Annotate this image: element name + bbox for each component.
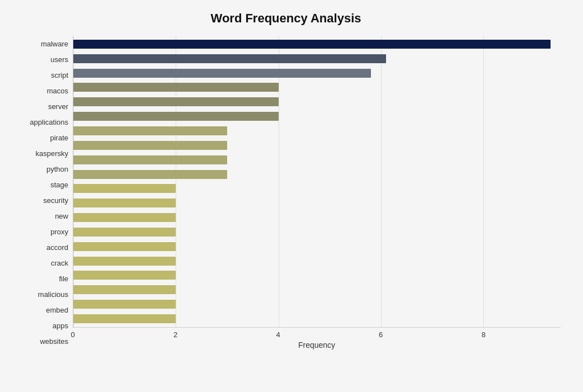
- x-axis-title: Frequency: [73, 341, 561, 350]
- bar-row: [73, 212, 561, 223]
- bar-row: [73, 96, 561, 107]
- y-label: script: [51, 69, 68, 81]
- y-label: security: [43, 194, 68, 206]
- bar: [73, 126, 227, 135]
- x-tick-label: 2: [173, 330, 177, 339]
- bar: [73, 170, 227, 179]
- bar-row: [73, 169, 561, 180]
- x-axis: 02468 Frequency: [73, 327, 561, 350]
- x-tick-label: 0: [70, 330, 74, 339]
- bar: [73, 242, 176, 251]
- bar-row: [73, 226, 561, 238]
- x-tick-label: 4: [276, 330, 280, 339]
- bar-row: [73, 53, 561, 64]
- bar-row: [73, 284, 561, 295]
- y-label: apps: [53, 320, 68, 332]
- y-label: applications: [30, 116, 68, 128]
- bar: [73, 213, 176, 222]
- y-label: kaspersky: [35, 147, 68, 159]
- chart-container: Word Frequency Analysis malwareusersscri…: [0, 0, 583, 392]
- y-label: users: [50, 53, 68, 65]
- bar: [73, 257, 176, 266]
- y-label: malware: [41, 37, 68, 50]
- bar: [73, 83, 279, 92]
- y-label: python: [46, 163, 68, 175]
- bar: [73, 69, 371, 78]
- chart-title: Word Frequency Analysis: [11, 11, 561, 26]
- y-label: crack: [51, 257, 68, 270]
- bar: [73, 141, 227, 150]
- bar-row: [73, 140, 561, 151]
- x-tick-label: 6: [379, 330, 383, 339]
- y-label: new: [55, 210, 68, 223]
- bar: [73, 54, 386, 63]
- bar: [73, 40, 551, 49]
- bar: [73, 97, 279, 106]
- bar: [73, 155, 227, 164]
- y-label: malicious: [38, 289, 68, 301]
- bar-row: [73, 68, 561, 79]
- bar: [73, 228, 176, 237]
- y-label: embed: [46, 304, 68, 317]
- bar-row: [73, 125, 561, 136]
- bars-and-x: 02468 Frequency: [73, 36, 561, 350]
- bar-row: [73, 82, 561, 93]
- y-label: accord: [46, 242, 68, 254]
- y-label: pirate: [50, 131, 68, 144]
- bar-row: [73, 270, 561, 281]
- bar: [73, 184, 176, 193]
- bars-area: [73, 36, 561, 327]
- y-label: stage: [50, 178, 68, 191]
- bar-row: [73, 299, 561, 310]
- y-label: server: [48, 100, 68, 112]
- bar: [73, 300, 176, 309]
- bar-row: [73, 313, 561, 324]
- bar-row: [73, 39, 561, 50]
- bar-row: [73, 197, 561, 209]
- bar-row: [73, 111, 561, 122]
- bar-row: [73, 241, 561, 252]
- y-label: macos: [47, 84, 68, 97]
- bar: [73, 285, 176, 294]
- y-label: file: [59, 273, 68, 285]
- y-axis: malwareusersscriptmacosserverapplication…: [11, 36, 73, 350]
- bar-row: [73, 154, 561, 166]
- chart-area: malwareusersscriptmacosserverapplication…: [11, 36, 561, 350]
- bar: [73, 271, 176, 280]
- x-tick-label: 8: [482, 330, 486, 339]
- bar-row: [73, 256, 561, 267]
- bar: [73, 314, 176, 323]
- bars-inner: [73, 36, 561, 327]
- bar: [73, 112, 279, 121]
- y-label: proxy: [50, 226, 68, 238]
- bar-row: [73, 183, 561, 194]
- y-label: websites: [40, 336, 68, 348]
- bar: [73, 199, 176, 207]
